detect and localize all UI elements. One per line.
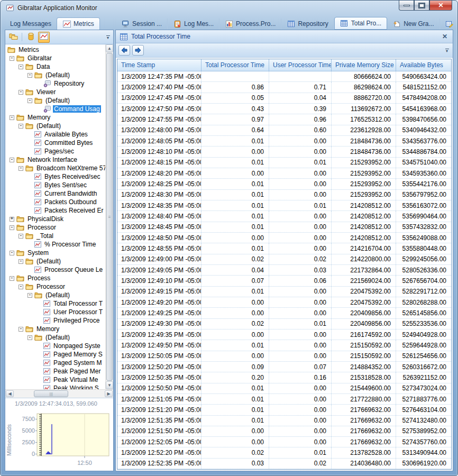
tree-folder-item[interactable]: -(Default)	[5, 71, 105, 79]
table-row[interactable]: 1/3/2009 12:47:35 PM -05:0080666624.0054…	[117, 71, 451, 82]
tree-folder-item[interactable]: -_Total	[5, 232, 105, 240]
tab-total-pro[interactable]: Total Pro...	[334, 17, 387, 30]
expand-toggle-icon[interactable]: -	[10, 115, 14, 120]
table-row[interactable]: 1/3/2009 12:50:05 PM -05:000.000.0021515…	[117, 351, 451, 362]
tree-folder-item[interactable]: -Viewer	[5, 88, 105, 96]
tree-metric-item[interactable]: Total Processor T	[5, 299, 105, 308]
table-row[interactable]: 1/3/2009 12:48:55 PM -05:000.010.0021421…	[117, 243, 451, 254]
tree-metric-item[interactable]: Peak Working S	[5, 384, 105, 389]
table-row[interactable]: 1/3/2009 12:48:15 PM -05:000.010.0121529…	[117, 158, 451, 168]
tree-folder-item[interactable]: -Memory	[5, 113, 105, 122]
tree-folder-item[interactable]: -Network Interface	[5, 155, 105, 164]
tree-folder-item[interactable]: -Processor	[5, 223, 105, 232]
tree-vertical-scrollbar[interactable]: ▲ ≡ ▼	[105, 44, 113, 389]
table-row[interactable]: 1/3/2009 12:50:35 PM -05:000.200.1621531…	[117, 372, 451, 383]
folders-view-button[interactable]	[7, 32, 19, 43]
column-header-available-bytes[interactable]: Available Bytes	[396, 59, 451, 71]
navigate-back-button[interactable]	[118, 45, 130, 56]
maximize-button[interactable]	[414, 1, 429, 11]
expand-toggle-icon[interactable]: -	[10, 225, 14, 230]
tree-folder-item[interactable]: -Memory	[5, 325, 105, 333]
tree-metric-item[interactable]: Packets Outbound	[5, 198, 105, 206]
expand-toggle-icon[interactable]: -	[19, 234, 23, 239]
tree-folder-item[interactable]: -Processor	[5, 282, 105, 291]
expand-toggle-icon[interactable]: -	[19, 124, 23, 129]
table-row[interactable]: 1/3/2009 12:48:20 PM -05:000.000.0021529…	[117, 168, 451, 179]
tree-metric-item[interactable]: Peak Virtual Me	[5, 376, 105, 384]
tab-new-graph[interactable]: New Gra...	[387, 19, 439, 30]
expand-toggle-icon[interactable]: -	[10, 158, 14, 162]
tab-new-grid[interactable]: New Grid	[440, 19, 454, 30]
tree-metric-item[interactable]: User Processor T	[5, 308, 105, 316]
expand-toggle-icon[interactable]: -	[19, 65, 23, 69]
table-row[interactable]: 1/3/2009 12:49:15 PM -05:000.010.0022047…	[117, 287, 451, 297]
expand-toggle-icon[interactable]: -	[28, 73, 32, 78]
tree-metric-item[interactable]: Nonpaged Syste	[5, 342, 105, 350]
tab-session[interactable]: Session ...	[116, 19, 168, 30]
tree-metric-item[interactable]: Pages/sec	[5, 147, 105, 155]
tree-metric-item[interactable]: Peak Paged Mer	[5, 367, 105, 376]
tree-metric-item[interactable]: Committed Bytes	[5, 139, 105, 147]
tab-metrics[interactable]: Metrics	[57, 17, 100, 30]
preview-chart[interactable]: Milliseconds 7500 5000 2500 0	[6, 407, 112, 468]
table-row[interactable]: 1/3/2009 12:48:05 PM -05:000.010.0021848…	[117, 136, 451, 147]
tree-metric-item[interactable]: % Processor Time	[5, 240, 105, 249]
table-row[interactable]: 1/3/2009 12:48:50 PM -05:000.000.0021420…	[117, 233, 451, 243]
scroll-track[interactable]: |||	[14, 390, 104, 397]
column-header-time-stamp[interactable]: Time Stamp	[117, 59, 201, 71]
expand-toggle-icon[interactable]: +	[10, 217, 14, 222]
tree-metric-item[interactable]: Command Usag	[5, 105, 105, 113]
table-row[interactable]: 1/3/2009 12:52:20 PM -05:000.020.0121378…	[117, 447, 451, 458]
toolbar-overflow-button[interactable]: ▾	[105, 35, 111, 39]
table-row[interactable]: 1/3/2009 12:51:20 PM -05:000.010.0021766…	[117, 405, 451, 415]
expand-toggle-icon[interactable]: -	[19, 285, 23, 289]
tree-metric-item[interactable]: Privileged Proce	[5, 316, 105, 325]
table-row[interactable]: 1/3/2009 12:48:10 PM -05:000.000.0021848…	[117, 147, 451, 157]
table-row[interactable]: 1/3/2009 12:49:50 PM -05:000.010.0021515…	[117, 340, 451, 351]
table-row[interactable]: 1/3/2009 12:49:10 PM -05:000.070.0622156…	[117, 276, 451, 286]
table-row[interactable]: 1/3/2009 12:51:50 PM -05:000.000.0021766…	[117, 426, 451, 437]
column-header-total-processor-time[interactable]: Total Processor Time	[201, 59, 269, 71]
expand-toggle-icon[interactable]: -	[28, 335, 32, 340]
tree-metric-item[interactable]: Paged System M	[5, 359, 105, 367]
expand-toggle-icon[interactable]: -	[28, 98, 32, 103]
tree-folder-item[interactable]: -Data	[5, 62, 105, 71]
table-row[interactable]: 1/3/2009 12:49:05 PM -05:000.040.0322173…	[117, 265, 451, 276]
table-row[interactable]: 1/3/2009 12:48:40 PM -05:000.010.0021420…	[117, 211, 451, 222]
table-row[interactable]: 1/3/2009 12:48:45 PM -05:000.010.0021420…	[117, 222, 451, 233]
graph-view-button[interactable]	[38, 32, 50, 43]
tree-folder-item[interactable]: -(Default)	[5, 257, 105, 266]
table-row[interactable]: 1/3/2009 12:48:00 PM -05:000.640.6022361…	[117, 125, 451, 136]
tree-folder-item[interactable]: -Gibraltar	[5, 54, 105, 62]
table-row[interactable]: 1/3/2009 12:49:30 PM -05:000.020.0122040…	[117, 319, 451, 329]
expand-toggle-icon[interactable]: -	[10, 56, 14, 61]
tab-repository[interactable]: Repository	[281, 19, 334, 30]
expand-toggle-icon[interactable]: -	[19, 90, 23, 95]
expand-toggle-icon[interactable]: -	[19, 166, 23, 171]
toolbar-overflow-button[interactable]: ▾	[444, 49, 450, 52]
scroll-thumb[interactable]: |||	[34, 390, 68, 397]
tree-folder-item[interactable]: -Broadcom NetXtreme 57	[5, 164, 105, 172]
column-header-user-processor-time[interactable]: User Processor Time	[269, 59, 331, 71]
table-row[interactable]: 1/3/2009 12:48:30 PM -05:000.010.0021529…	[117, 190, 451, 200]
table-row[interactable]: 1/3/2009 12:52:05 PM -05:000.000.0021766…	[117, 437, 451, 447]
expand-toggle-icon[interactable]: -	[10, 251, 14, 255]
table-row[interactable]: 1/3/2009 12:47:50 PM -05:000.430.3911369…	[117, 104, 451, 114]
panel-close-button[interactable]: ✕	[441, 33, 449, 40]
column-header-private-memory-size[interactable]: Private Memory Size	[331, 59, 396, 71]
tree-metric-item[interactable]: Bytes Received/sec	[5, 172, 105, 181]
tab-process-pro[interactable]: Process.Pro...	[219, 19, 281, 30]
table-row[interactable]: 1/3/2009 12:48:25 PM -05:000.010.0021529…	[117, 179, 451, 189]
tree-metric-item[interactable]: Available Bytes	[5, 130, 105, 139]
table-row[interactable]: 1/3/2009 12:50:50 PM -05:000.010.0021544…	[117, 383, 451, 394]
close-button[interactable]: ✕	[429, 1, 452, 11]
table-row[interactable]: 1/3/2009 12:47:55 PM -05:000.970.9617652…	[117, 114, 451, 125]
expand-toggle-icon[interactable]: -	[28, 293, 32, 298]
scroll-down-button[interactable]: ▼	[106, 381, 113, 389]
expand-toggle-icon[interactable]: -	[19, 327, 23, 332]
tab-log-messages-doc[interactable]: ? Log Mes...	[168, 19, 219, 30]
scroll-right-button[interactable]: ▶	[105, 390, 113, 397]
tree-folder-item[interactable]: Metrics	[5, 45, 105, 54]
tree-folder-item[interactable]: -(Default)	[5, 122, 105, 130]
tree-metric-item[interactable]: Paged Memory S	[5, 350, 105, 359]
